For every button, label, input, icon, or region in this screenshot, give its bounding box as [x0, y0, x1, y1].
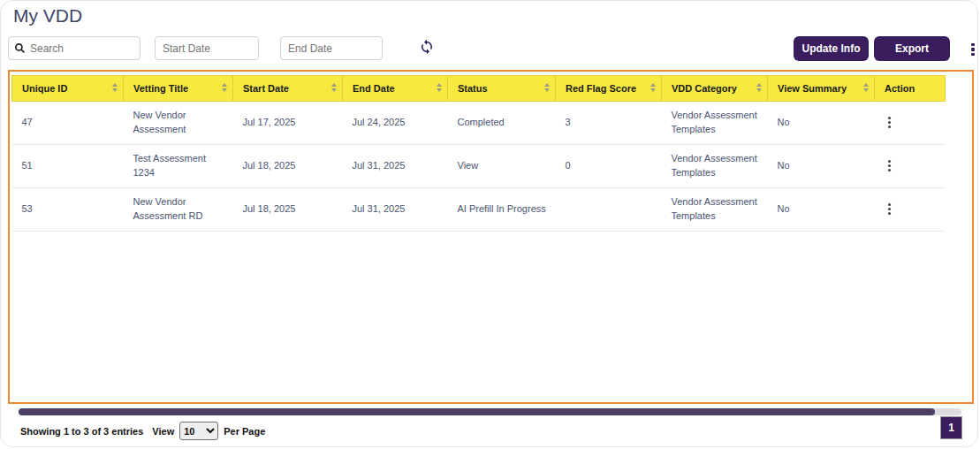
cell-vetting-title: Test Assessment 1234: [124, 144, 233, 187]
table-row: 53 New Vendor Assessment RD Jul 18, 2025…: [12, 187, 946, 231]
sort-icon[interactable]: [756, 83, 762, 92]
sort-icon[interactable]: [650, 83, 656, 92]
cell-red-flag-score: [556, 187, 662, 231]
sort-icon[interactable]: [863, 83, 869, 92]
kebab-menu-icon[interactable]: [968, 41, 978, 58]
row-actions-kebab-icon[interactable]: [885, 117, 891, 128]
showing-entries-text: Showing 1 to 3 of 3 entries: [20, 426, 143, 437]
update-info-button[interactable]: Update Info: [794, 36, 869, 61]
cell-status[interactable]: View: [448, 144, 556, 187]
table-row: 47 New Vendor Assessment Jul 17, 2025 Ju…: [12, 102, 946, 145]
cell-start-date: Jul 18, 2025: [233, 144, 343, 187]
col-header-unique-id[interactable]: Unique ID: [12, 76, 124, 102]
cell-vetting-title: New Vendor Assessment: [124, 102, 233, 145]
toolbar: Update Info Export: [1, 36, 977, 63]
cell-status: AI Prefill In Progress: [448, 187, 556, 231]
col-label: Start Date: [243, 83, 289, 94]
col-header-vetting-title[interactable]: Vetting Title: [124, 76, 233, 102]
row-actions-kebab-icon[interactable]: [885, 203, 891, 215]
row-actions-kebab-icon[interactable]: [885, 160, 891, 171]
cell-view-summary: No: [768, 144, 875, 187]
col-label: VDD Category: [672, 83, 737, 94]
cell-red-flag-score: 0: [556, 144, 662, 187]
cell-end-date: Jul 24, 2025: [343, 102, 448, 145]
export-button[interactable]: Export: [874, 36, 950, 61]
per-page-select[interactable]: 10: [179, 422, 218, 440]
cell-action: [875, 144, 946, 187]
col-label: Action: [885, 83, 915, 94]
sort-icon[interactable]: [222, 83, 227, 92]
page-title: My VDD: [13, 5, 82, 27]
cell-vdd-category: Vendor Assessment Templates: [662, 144, 768, 187]
cell-action: [875, 187, 946, 231]
col-header-start-date[interactable]: Start Date: [233, 76, 343, 102]
cell-vdd-category: Vendor Assessment Templates: [662, 102, 768, 145]
cell-action: [875, 102, 946, 145]
sort-icon[interactable]: [112, 83, 118, 92]
table-row: 51 Test Assessment 1234 Jul 18, 2025 Jul…: [12, 144, 946, 187]
pagination-info: Showing 1 to 3 of 3 entries View 10 Per …: [20, 422, 270, 440]
view-label: View: [152, 426, 174, 437]
col-label: Vetting Title: [133, 83, 188, 94]
my-vdd-card: My VDD Update Info Export Unique ID Vett…: [0, 0, 978, 447]
table-header-row: Unique ID Vetting Title Start Date End D…: [12, 76, 946, 102]
cell-status: Completed: [448, 102, 556, 145]
cell-vdd-category: Vendor Assessment Templates: [662, 187, 768, 231]
cell-start-date: Jul 17, 2025: [233, 102, 343, 145]
sort-icon[interactable]: [331, 83, 337, 92]
vdd-table-container: Unique ID Vetting Title Start Date End D…: [8, 70, 974, 404]
cell-unique-id[interactable]: 53: [12, 187, 124, 231]
col-label: View Summary: [778, 83, 847, 94]
vdd-table: Unique ID Vetting Title Start Date End D…: [11, 75, 946, 232]
search-icon: [14, 42, 26, 54]
cell-end-date: Jul 31, 2025: [343, 144, 448, 187]
refresh-button[interactable]: [418, 39, 436, 57]
col-label: End Date: [353, 83, 395, 94]
cell-end-date: Jul 31, 2025: [343, 187, 448, 231]
cell-unique-id[interactable]: 51: [12, 144, 124, 187]
start-date-input[interactable]: [155, 36, 259, 60]
cell-vetting-title: New Vendor Assessment RD: [124, 187, 233, 231]
horizontal-scrollbar[interactable]: [19, 408, 961, 415]
col-header-view-summary[interactable]: View Summary: [768, 76, 875, 102]
search-box[interactable]: [8, 36, 141, 60]
col-header-action: Action: [875, 76, 946, 102]
cell-view-summary: No: [768, 102, 875, 145]
col-label: Red Flag Score: [566, 83, 636, 94]
cell-red-flag-score: 3: [556, 102, 662, 145]
cell-unique-id[interactable]: 47: [12, 102, 124, 145]
cell-view-summary: No: [768, 187, 875, 231]
page-1-button[interactable]: 1: [940, 416, 962, 439]
col-label: Status: [458, 83, 488, 94]
col-header-end-date[interactable]: End Date: [343, 76, 448, 102]
sort-icon[interactable]: [437, 83, 442, 92]
scrollbar-thumb[interactable]: [19, 408, 935, 415]
per-page-label: Per Page: [224, 426, 265, 437]
end-date-input[interactable]: [280, 36, 383, 60]
cell-start-date: Jul 18, 2025: [233, 187, 343, 231]
col-header-status[interactable]: Status: [448, 76, 556, 102]
col-header-vdd-category[interactable]: VDD Category: [662, 76, 768, 102]
col-header-red-flag-score[interactable]: Red Flag Score: [556, 76, 662, 102]
sync-icon: [419, 39, 435, 55]
col-label: Unique ID: [22, 83, 67, 94]
search-input[interactable]: [30, 42, 134, 55]
sort-icon[interactable]: [544, 83, 550, 92]
